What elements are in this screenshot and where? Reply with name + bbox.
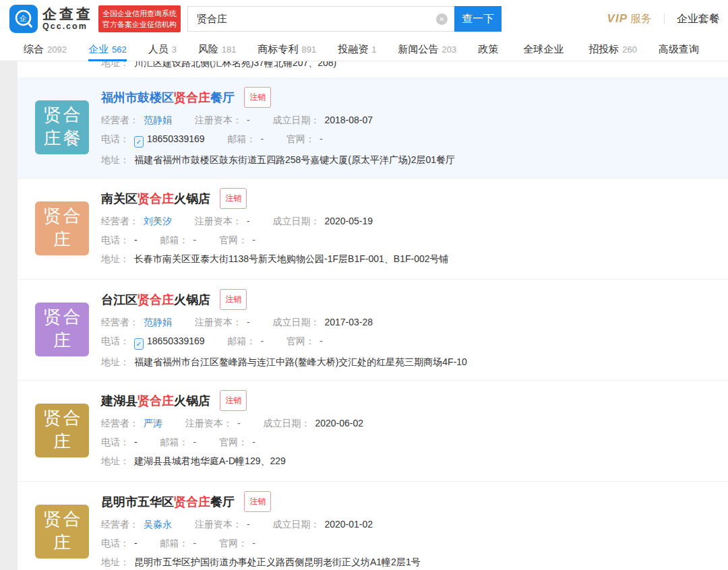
address-value: 福建省福州市台江区鳌峰路与连江中路(鳌峰大桥)交汇处的红星苑三期商场4F-10 <box>134 356 467 367</box>
founded-label: 成立日期： <box>272 216 320 226</box>
result-card[interactable]: 贤合 庄餐 福州市鼓楼区贤合庄餐厅 注销 经营者：范静娟 注册资本：- 成立日期… <box>18 77 728 179</box>
company-meta-row: 经营者：严涛 注册资本：- 成立日期：2020-06-02 <box>101 416 715 430</box>
address-label: 地址： <box>101 455 129 466</box>
phone-value: - <box>134 234 138 245</box>
company-name-link[interactable]: 昆明市五华区贤合庄餐厅 <box>101 495 235 509</box>
company-name-prefix: 建湖县 <box>101 394 138 408</box>
website-label: 官网： <box>219 234 247 245</box>
company-title-row: 南关区贤合庄火锅店 注销 <box>101 188 715 209</box>
founded-value: 2018-08-07 <box>324 115 373 125</box>
tab-advanced[interactable]: 高级查询 <box>659 38 702 61</box>
website-label: 官网： <box>286 133 315 144</box>
company-avatar: 贤合 庄 <box>35 404 89 457</box>
company-name-keyword-match: 贤合庄 <box>138 394 174 408</box>
company-address-row: 地址：建湖县县城君地华庭A-D幢129、229 <box>101 454 715 468</box>
operator-label: 经营者： <box>101 216 139 226</box>
company-name-suffix: 火锅店 <box>174 394 210 408</box>
operator-link[interactable]: 刘美汐 <box>144 216 172 226</box>
search-input[interactable] <box>188 7 454 31</box>
website-value: - <box>252 437 255 447</box>
qcc-logo[interactable]: 企 企查查 Qcc.com <box>9 5 93 33</box>
capital-value: - <box>237 418 241 429</box>
clear-search-icon[interactable]: ✕ <box>436 13 448 25</box>
phone-label: 电话： <box>101 538 129 548</box>
tab-global[interactable]: 全球企业 <box>523 38 567 61</box>
email-value: - <box>261 336 264 346</box>
operator-link[interactable]: 吴淼永 <box>144 519 172 530</box>
phone-value: 18650339169 <box>147 133 205 144</box>
tab-policy[interactable]: 政策 <box>478 38 502 61</box>
tab-bidding[interactable]: 招投标260 <box>588 38 637 61</box>
company-meta-row: 经营者：刘美汐 注册资本：- 成立日期：2020-05-19 <box>101 214 715 228</box>
cert-line-1: 全国企业信用查询系统 <box>102 8 177 19</box>
website-label: 官网： <box>286 336 315 346</box>
tab-risk[interactable]: 风险181 <box>198 38 237 61</box>
enterprise-package-link[interactable]: 企业套餐 <box>677 12 720 26</box>
company-title-row: 台江区贤合庄火锅店 注销 <box>101 289 715 310</box>
search-button[interactable]: 查一下 <box>454 6 502 32</box>
avatar-line-2: 庄 <box>35 430 89 453</box>
avatar-line-2: 庄 <box>35 228 89 251</box>
address-label: 地址： <box>101 356 129 367</box>
cert-line-2: 官方备案企业征信机构 <box>102 19 177 30</box>
tab-news[interactable]: 新闻公告203 <box>398 38 457 61</box>
phone-value: 18650339169 <box>147 336 205 346</box>
company-name-keyword-match: 贤合庄 <box>138 192 174 205</box>
operator-link[interactable]: 范静娟 <box>144 317 172 327</box>
vip-wordmark: VIP <box>607 12 628 25</box>
phone-label: 电话： <box>101 336 129 346</box>
company-name-keyword-match: 贤合庄 <box>138 293 174 307</box>
founded-value: 2020-06-02 <box>315 418 363 429</box>
operator-link[interactable]: 范静娟 <box>144 115 172 125</box>
company-meta-row: 经营者：吴淼永 注册资本：- 成立日期：2020-01-02 <box>101 517 715 531</box>
company-name-keyword-match: 贤合庄 <box>174 495 210 509</box>
company-name-suffix: 火锅店 <box>174 192 210 205</box>
operator-link[interactable]: 严涛 <box>144 418 162 429</box>
top-header: 企 企查查 Qcc.com 全国企业信用查询系统 官方备案企业征信机构 ✕ 查一… <box>0 0 728 38</box>
avatar-line-1: 贤合 <box>35 305 89 329</box>
company-name-prefix: 福州市鼓楼区 <box>101 91 174 104</box>
phone-value: - <box>134 437 138 447</box>
address-label: 地址： <box>101 253 129 264</box>
company-address-row: 地址：福建省福州市鼓楼区鼓东街道五四路258号嘉键大厦(原太平洋广场)2层01餐… <box>101 153 715 166</box>
email-label: 邮箱： <box>160 234 189 245</box>
tab-all[interactable]: 综合2092 <box>24 38 67 61</box>
operator-label: 经营者： <box>101 115 139 125</box>
phone-value: - <box>134 538 138 548</box>
status-badge: 注销 <box>220 188 247 209</box>
address-value: 建湖县县城君地华庭A-D幢129、229 <box>134 455 286 466</box>
certification-badge: 全国企业信用查询系统 官方备案企业征信机构 <box>98 5 181 32</box>
tab-trademark-patent[interactable]: 商标专利891 <box>258 38 317 61</box>
vip-service-link[interactable]: VIP服务 <box>607 12 652 26</box>
result-card[interactable]: 贤合 庄 建湖县贤合庄火锅店 注销 经营者：严涛 注册资本：- 成立日期：202… <box>18 381 728 482</box>
email-label: 邮箱： <box>160 538 189 548</box>
company-title-row: 建湖县贤合庄火锅店 注销 <box>101 390 715 411</box>
avatar-line-1: 贤合 <box>35 103 89 127</box>
avatar-line-1: 贤合 <box>35 204 89 228</box>
website-label: 官网： <box>219 538 247 548</box>
company-address-row: 地址：福建省福州市台江区鳌峰路与连江中路(鳌峰大桥)交汇处的红星苑三期商场4F-… <box>101 355 715 369</box>
result-card[interactable]: 贤合 庄 台江区贤合庄火锅店 注销 经营者：范静娟 注册资本：- 成立日期：20… <box>18 280 728 381</box>
result-card[interactable]: 贤合 庄 昆明市五华区贤合庄餐厅 注销 经营者：吴淼永 注册资本：- 成立日期：… <box>18 482 728 570</box>
capital-label: 注册资本： <box>195 115 242 125</box>
company-address-row: 地址：长春市南关区亚泰大街1138号新天地购物公园-1F层B1F-001、B1F… <box>101 252 715 265</box>
founded-label: 成立日期： <box>272 317 320 327</box>
company-name-link[interactable]: 福州市鼓楼区贤合庄餐厅 <box>101 91 235 104</box>
status-badge: 注销 <box>220 289 247 310</box>
company-name-link[interactable]: 南关区贤合庄火锅店 <box>101 192 210 205</box>
tab-people[interactable]: 人员3 <box>148 38 177 61</box>
svg-text:企: 企 <box>19 14 27 22</box>
avatar-line-2: 庄 <box>35 329 89 352</box>
company-name-link[interactable]: 建湖县贤合庄火锅店 <box>101 394 210 408</box>
tab-company[interactable]: 企业562 <box>88 38 127 61</box>
company-name-prefix: 南关区 <box>101 192 138 205</box>
address-value: 长春市南关区亚泰大街1138号新天地购物公园-1F层B1F-001、B1F-00… <box>134 253 449 264</box>
tab-investment[interactable]: 投融资1 <box>338 38 376 61</box>
company-name-link[interactable]: 台江区贤合庄火锅店 <box>101 293 210 307</box>
company-avatar: 贤合 庄餐 <box>35 100 89 154</box>
founded-value: 2017-03-28 <box>324 317 373 327</box>
result-card[interactable]: 贤合 庄 南关区贤合庄火锅店 注销 经营者：刘美汐 注册资本：- 成立日期：20… <box>18 179 728 280</box>
website-value: - <box>320 133 323 144</box>
capital-value: - <box>247 216 250 226</box>
company-avatar: 贤合 庄 <box>35 201 89 255</box>
